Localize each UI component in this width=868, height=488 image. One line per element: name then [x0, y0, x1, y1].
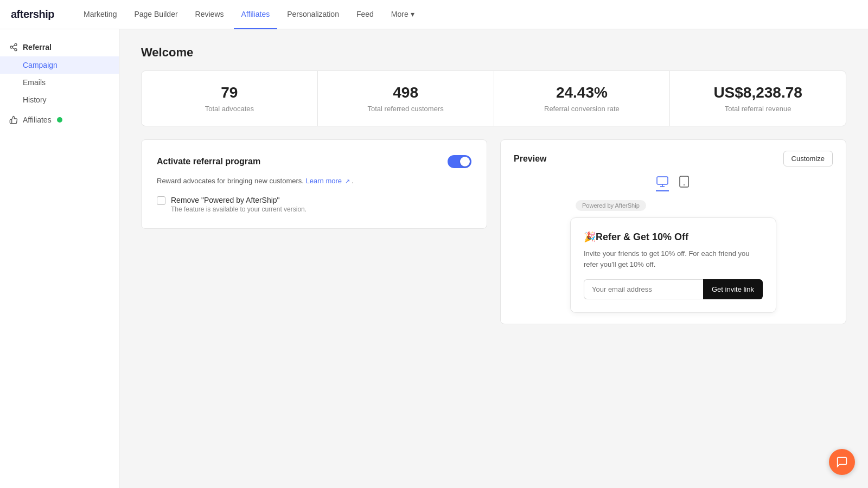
device-icons	[514, 175, 833, 191]
preview-header: Preview Customize	[514, 151, 833, 166]
nav-marketing[interactable]: Marketing	[76, 0, 124, 29]
sidebar-item-emails[interactable]: Emails	[0, 74, 119, 91]
sidebar-affiliates[interactable]: Affiliates	[0, 111, 119, 129]
stat-advocates-value: 79	[157, 84, 302, 101]
svg-point-1	[10, 46, 12, 48]
svg-line-4	[12, 45, 15, 47]
svg-point-0	[15, 43, 17, 46]
thumbs-up-icon	[9, 115, 18, 125]
tablet-icon[interactable]	[678, 175, 691, 191]
right-col: Preview Customize	[500, 139, 846, 324]
remove-powered-row: Remove "Powered by AfterShip" The featur…	[157, 196, 471, 213]
two-col-layout: Activate referral program Reward advocat…	[141, 139, 846, 324]
nav-personalization[interactable]: Personalization	[279, 0, 347, 29]
preview-title: Preview	[514, 154, 546, 164]
stat-referred-value: 498	[333, 84, 478, 101]
sidebar-referral-label: Referral	[23, 43, 52, 52]
svg-rect-5	[657, 177, 668, 184]
sidebar: Referral Campaign Emails History Affilia…	[0, 29, 119, 488]
referral-card: 🎉Refer & Get 10% Off Invite your friends…	[570, 217, 776, 313]
share-icon	[9, 42, 18, 52]
get-invite-button[interactable]: Get invite link	[703, 279, 763, 299]
powered-badge: Powered by AfterShip	[576, 200, 646, 211]
stat-advocates-label: Total advocates	[157, 105, 302, 113]
stat-conversion-value: 24.43%	[509, 84, 655, 101]
activate-toggle[interactable]	[448, 155, 471, 168]
chat-button[interactable]	[829, 449, 855, 475]
page-title: Welcome	[141, 46, 846, 60]
external-link-icon: ↗	[345, 178, 350, 184]
stats-row: 79 Total advocates 498 Total referred cu…	[141, 70, 846, 126]
nav-affiliates[interactable]: Affiliates	[234, 0, 278, 29]
activate-header: Activate referral program	[157, 155, 471, 168]
logo: aftership	[11, 8, 54, 21]
stat-revenue-value: US$8,238.78	[685, 84, 831, 101]
stat-conversion-label: Referral conversion rate	[509, 105, 655, 113]
sidebar-item-history[interactable]: History	[0, 91, 119, 108]
checkbox-sublabel: The feature is available to your current…	[171, 206, 307, 213]
desktop-icon[interactable]	[656, 175, 669, 191]
learn-more-link[interactable]: Learn more ↗	[306, 177, 352, 185]
checkbox-label: Remove "Powered by AfterShip"	[171, 196, 307, 204]
activate-title: Activate referral program	[157, 157, 260, 166]
nav-more[interactable]: More ▾	[384, 0, 422, 29]
nav-reviews[interactable]: Reviews	[188, 0, 232, 29]
activate-card: Activate referral program Reward advocat…	[141, 139, 487, 229]
activate-desc: Reward advocates for bringing new custom…	[157, 177, 471, 185]
stat-total-advocates: 79 Total advocates	[142, 71, 318, 126]
stat-referred-label: Total referred customers	[333, 105, 478, 113]
nav-page-builder[interactable]: Page Builder	[126, 0, 185, 29]
left-col: Activate referral program Reward advocat…	[141, 139, 487, 324]
stat-referral-revenue: US$8,238.78 Total referral revenue	[670, 71, 846, 126]
referral-card-desc: Invite your friends to get 10% off. For …	[584, 248, 763, 269]
stat-conversion-rate: 24.43% Referral conversion rate	[494, 71, 671, 126]
svg-line-3	[12, 48, 15, 49]
affiliates-badge	[57, 117, 62, 123]
customize-button[interactable]: Customize	[783, 151, 833, 166]
stat-revenue-label: Total referral revenue	[685, 105, 831, 113]
referral-card-title: 🎉Refer & Get 10% Off	[584, 231, 763, 243]
preview-widget-wrap: Powered by AfterShip 🎉Refer & Get 10% Of…	[514, 200, 833, 313]
preview-card: Preview Customize	[500, 139, 846, 324]
sidebar-item-campaign[interactable]: Campaign	[0, 56, 119, 74]
nav-feed[interactable]: Feed	[349, 0, 381, 29]
nav-links: Marketing Page Builder Reviews Affiliate…	[76, 0, 857, 29]
stat-referred-customers: 498 Total referred customers	[318, 71, 494, 126]
email-input[interactable]	[584, 279, 703, 299]
preview-widget: Powered by AfterShip 🎉Refer & Get 10% Of…	[570, 200, 776, 313]
main-content: Welcome 79 Total advocates 498 Total ref…	[119, 29, 868, 488]
top-nav: aftership Marketing Page Builder Reviews…	[0, 0, 868, 29]
sidebar-referral-section: Referral	[0, 38, 119, 56]
referral-input-row: Get invite link	[584, 279, 763, 299]
chevron-down-icon: ▾	[411, 10, 414, 18]
svg-point-2	[15, 49, 17, 51]
remove-powered-checkbox[interactable]	[157, 196, 165, 205]
